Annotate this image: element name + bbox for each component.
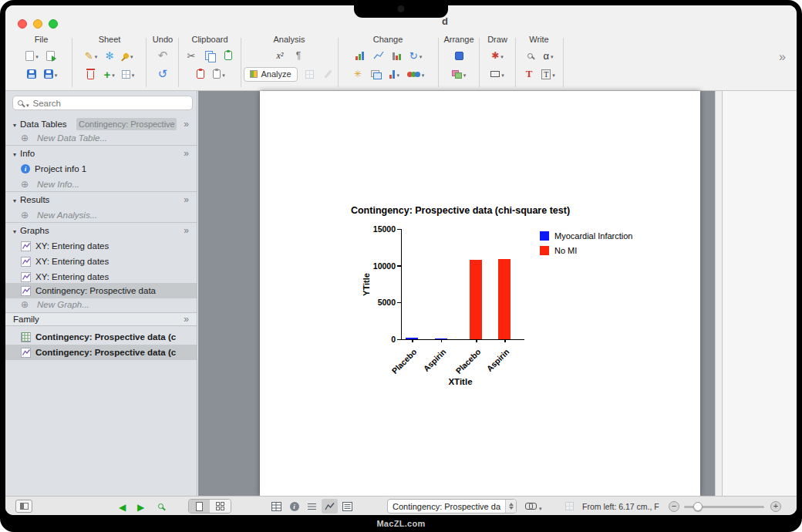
section-expand-icon[interactable] <box>184 119 189 130</box>
toggle-navigator-button[interactable] <box>15 499 32 513</box>
draw-point-button[interactable] <box>491 48 504 63</box>
slider-thumb[interactable] <box>693 502 703 511</box>
back-button[interactable] <box>119 499 126 513</box>
bar[interactable] <box>470 260 482 339</box>
draw-shape-button[interactable] <box>490 66 504 82</box>
sidebar-item-graph-xy-3[interactable]: XY: Entering dates <box>5 269 197 285</box>
legend-entry: No MI <box>540 246 633 255</box>
new-sheet-button[interactable] <box>103 66 116 82</box>
paste-special-button[interactable] <box>213 66 225 82</box>
sidebar-section-data-tables[interactable]: Data Tables Contingency: Prospective dat <box>5 116 197 132</box>
minimize-button[interactable] <box>33 19 42 29</box>
format-points-button[interactable] <box>352 66 364 82</box>
rename-sheet-button[interactable] <box>85 48 97 63</box>
caret-down-icon <box>463 69 467 79</box>
section-expand-icon[interactable] <box>184 225 189 236</box>
search-box[interactable] <box>12 96 193 110</box>
sidebar-item-new-info[interactable]: New Info... <box>5 177 197 192</box>
document-page[interactable]: Contingency: Prospective data (chi-squar… <box>260 91 700 496</box>
copy-button[interactable] <box>204 48 216 63</box>
info-view-button[interactable] <box>286 499 302 513</box>
forward-button[interactable] <box>137 499 144 513</box>
table-view-button[interactable] <box>268 499 285 513</box>
text-results-button[interactable] <box>292 48 305 63</box>
section-expand-icon[interactable] <box>184 148 189 159</box>
freeze-sheet-button[interactable] <box>103 48 116 63</box>
table-grid-icon <box>122 70 130 79</box>
new-file-button[interactable] <box>25 48 39 63</box>
toolbar-overflow-button[interactable]: » <box>779 50 786 64</box>
analyze-button[interactable]: Analyze <box>244 67 297 82</box>
arrange-objects-button[interactable] <box>452 66 467 82</box>
legend-swatch <box>540 246 549 255</box>
save-button[interactable] <box>25 66 38 82</box>
pin-sheet-button[interactable] <box>122 48 134 63</box>
graph-view-button[interactable] <box>322 499 338 513</box>
text-tool-button[interactable]: T <box>523 66 535 82</box>
right-pane <box>722 91 797 496</box>
zoom-slider[interactable] <box>684 499 764 513</box>
format-graph-button[interactable] <box>389 66 401 82</box>
sidebar-item-project-info[interactable]: Project info 1 <box>5 161 197 177</box>
clear-clipboard-button[interactable] <box>194 66 207 82</box>
delete-sheet-button[interactable] <box>85 66 97 82</box>
gallery-view-button[interactable] <box>210 500 231 513</box>
family-label: Family <box>13 315 39 324</box>
paste-button[interactable] <box>222 48 234 63</box>
text-box-button[interactable]: T <box>541 66 555 82</box>
insert-sheet-button[interactable] <box>122 66 135 82</box>
family-item-graph[interactable]: Contingency: Prospective data (c <box>5 345 197 360</box>
chevron-down-icon <box>13 149 20 158</box>
y-tick-mark <box>397 339 402 341</box>
family-item-data-table[interactable]: Contingency: Prospective data (c <box>5 329 197 345</box>
search-input[interactable] <box>32 98 187 109</box>
save-as-button[interactable] <box>44 66 58 82</box>
results-view-button[interactable] <box>304 499 320 513</box>
redo-button[interactable] <box>157 66 169 82</box>
zoom-window-button[interactable] <box>49 19 58 29</box>
undo-button[interactable] <box>157 48 169 63</box>
open-file-button[interactable] <box>45 48 57 63</box>
bar[interactable] <box>498 259 511 339</box>
sidebar-section-results[interactable]: Results <box>5 192 197 207</box>
link-button[interactable] <box>525 499 542 513</box>
sidebar-item-graph-contingency[interactable]: Contingency: Prospective data <box>5 283 197 298</box>
family-section-header[interactable]: Family <box>5 312 197 326</box>
single-page-view-button[interactable] <box>189 500 210 513</box>
graph-type-button[interactable] <box>391 48 403 63</box>
section-expand-icon[interactable] <box>184 194 189 205</box>
section-expand-icon[interactable] <box>184 314 189 325</box>
equation-button[interactable]: x² <box>274 48 286 63</box>
explore-button[interactable] <box>158 499 163 513</box>
greek-letter-button[interactable]: α <box>542 48 554 63</box>
duplicate-layers-button[interactable] <box>370 66 382 82</box>
sidebar-item-new-analysis[interactable]: New Analysis... <box>5 207 197 223</box>
sort-button[interactable] <box>354 48 366 63</box>
zoom-in-button[interactable]: + <box>770 499 781 513</box>
close-button[interactable] <box>18 19 27 29</box>
select-object-button[interactable] <box>453 48 465 63</box>
sheet-selector[interactable]: Contingency: Prospective da <box>387 499 517 513</box>
curve-fit-button[interactable] <box>372 48 385 63</box>
color-scheme-button[interactable] <box>407 66 425 82</box>
sidebar-section-info[interactable]: Info <box>5 146 197 161</box>
section-label: Data Tables <box>20 120 67 129</box>
cut-button[interactable] <box>185 48 197 63</box>
plot-area[interactable]: 050001000015000 PlaceboAspirinPlaceboAsp… <box>401 230 524 340</box>
sheet-selector-stepper[interactable] <box>505 500 516 513</box>
sidebar-item-new-graph[interactable]: New Graph... <box>5 297 197 312</box>
sidebar-item-new-data-table[interactable]: New Data Table... <box>5 130 197 146</box>
sidebar-item-graph-xy-1[interactable]: XY: Entering dates <box>5 238 197 254</box>
red-star-icon <box>491 50 499 61</box>
y-tick-label: 10000 <box>362 261 396 271</box>
group-label-undo: Undo <box>148 35 177 44</box>
layout-view-button[interactable] <box>339 499 356 513</box>
chevron-down-icon <box>13 120 20 129</box>
swap-data-button[interactable] <box>409 48 422 63</box>
lookup-button[interactable] <box>524 48 536 63</box>
sidebar-item-graph-xy-2[interactable]: XY: Entering dates <box>5 254 197 269</box>
sidebar-section-graphs[interactable]: Graphs <box>5 223 197 238</box>
zoom-out-button[interactable]: − <box>669 499 679 513</box>
group-label-file: File <box>12 35 70 44</box>
vertical-scrollbar[interactable] <box>715 91 722 496</box>
